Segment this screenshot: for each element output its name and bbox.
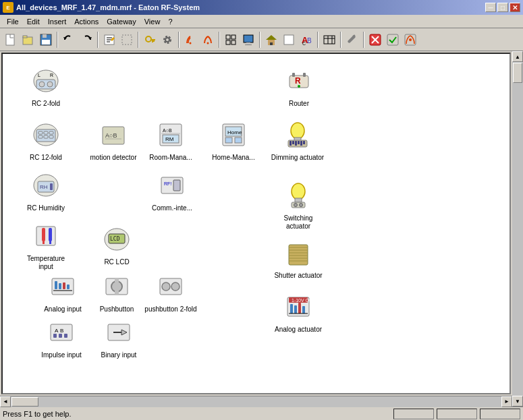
minimize-button[interactable]: ─: [485, 3, 496, 12]
device-icon-homemana: Home: [216, 117, 251, 152]
svg-rect-111: [235, 138, 242, 143]
maximize-button[interactable]: □: [497, 3, 508, 12]
v-scroll-track[interactable]: [512, 62, 523, 396]
undo-button[interactable]: [61, 32, 77, 48]
menu-view[interactable]: View: [140, 16, 165, 27]
svg-rect-143: [298, 303, 301, 313]
signal-button[interactable]: [402, 32, 418, 48]
device-label-impulseinput: Impulse input: [41, 351, 81, 359]
new-button[interactable]: [3, 32, 19, 48]
svg-text:RF!: RF!: [164, 181, 171, 186]
device-rc2fold[interactable]: LR RC 2-fold: [19, 63, 73, 108]
device-pushbtn2[interactable]: pushbutton 2-fold: [144, 269, 198, 313]
device-router[interactable]: R Router: [272, 63, 326, 108]
close-button[interactable]: ✕: [510, 3, 520, 12]
svg-rect-70: [49, 240, 51, 244]
svg-rect-123: [298, 141, 300, 144]
menu-help[interactable]: ?: [164, 16, 176, 27]
h-scroll-track[interactable]: [11, 396, 501, 407]
svg-rect-4: [23, 36, 27, 38]
svg-rect-19: [152, 40, 153, 42]
h-scroll-left[interactable]: ◄: [0, 396, 11, 407]
device-icon-analogact: 1-10V OUT: [281, 289, 316, 324]
menu-file[interactable]: File: [3, 16, 23, 27]
svg-rect-30: [245, 44, 252, 45]
svg-point-22: [190, 42, 192, 44]
key-button[interactable]: [142, 32, 158, 48]
svg-text:E: E: [6, 5, 10, 11]
svg-rect-72: [55, 281, 57, 289]
svg-point-106: [171, 282, 180, 291]
device-label-shutteract: Shutter actuator: [274, 272, 322, 280]
select-button[interactable]: [119, 32, 135, 48]
svg-rect-7: [42, 40, 50, 44]
device-rc12fold[interactable]: RC 12-fold: [19, 117, 73, 162]
svg-rect-82: [64, 334, 67, 338]
v-scroll-thumb[interactable]: [513, 63, 522, 83]
status-panel3: [480, 409, 520, 419]
table-button[interactable]: [321, 32, 337, 48]
device-impulseinput[interactable]: AB Impulse input: [34, 315, 88, 359]
save-button[interactable]: [38, 32, 54, 48]
h-scrollbar[interactable]: ◄ ►: [0, 396, 512, 407]
text-button[interactable]: ABC: [298, 32, 314, 48]
svg-point-16: [146, 36, 151, 42]
monitor-button[interactable]: [240, 32, 256, 48]
canvas-area[interactable]: LR RC 2-fold RC 12-fold RH RC Humidity T…: [1, 53, 511, 394]
menu-actions[interactable]: Actions: [70, 16, 103, 27]
rf-button2[interactable]: [200, 32, 216, 48]
svg-point-52: [39, 82, 45, 87]
window-controls[interactable]: ─ □ ✕: [485, 3, 520, 12]
redo-button[interactable]: [78, 32, 94, 48]
device-shutteract[interactable]: Shutter actuator: [271, 235, 325, 280]
h-scroll-right[interactable]: ►: [501, 396, 512, 407]
h-scroll-thumb[interactable]: [11, 397, 38, 407]
svg-text:B: B: [60, 328, 63, 334]
svg-text:Home: Home: [227, 129, 242, 136]
device-homemana[interactable]: Home Home-Mana...: [207, 117, 260, 162]
svg-rect-120: [290, 141, 292, 146]
grid-button[interactable]: [223, 32, 239, 48]
device-icon-dimmingact: [280, 117, 315, 152]
device-icon-pushbutton: [99, 269, 134, 304]
svg-text:R: R: [295, 76, 301, 86]
device-motiondetector[interactable]: A○B motion detector: [86, 117, 140, 162]
menu-edit[interactable]: Edit: [23, 16, 44, 27]
device-switchingact[interactable]: Switching actuator: [271, 178, 325, 231]
svg-marker-31: [266, 35, 277, 40]
device-binaryinput[interactable]: Binary input: [92, 315, 146, 359]
verify-button[interactable]: [385, 32, 401, 48]
settings-button[interactable]: [159, 32, 175, 48]
wrench-button[interactable]: [344, 32, 360, 48]
menu-insert[interactable]: Insert: [44, 16, 71, 27]
device-analoginput[interactable]: Analog input: [36, 269, 90, 313]
delete-button[interactable]: [367, 32, 383, 48]
open-button[interactable]: [20, 32, 36, 48]
edit-button[interactable]: [101, 32, 117, 48]
v-scroll-down[interactable]: ▼: [512, 396, 523, 407]
device-tempinput[interactable]: Temperature input: [19, 218, 73, 271]
device-icon-tempinput: [28, 218, 63, 253]
svg-rect-66: [36, 227, 55, 245]
device-rchumidity[interactable]: RH RC Humidity: [19, 168, 73, 212]
home-button[interactable]: [263, 32, 279, 48]
svg-rect-28: [244, 35, 253, 42]
canvas-content: LR RC 2-fold RC 12-fold RH RC Humidity T…: [3, 54, 510, 394]
device-analogact[interactable]: 1-10V OUT Analog actuator: [271, 289, 325, 334]
device-dimmingact[interactable]: Dimming actuator: [271, 117, 325, 162]
svg-rect-15: [122, 35, 132, 44]
device-comminte[interactable]: RF! Comm.-inte...: [145, 168, 199, 212]
blank-button[interactable]: [281, 32, 297, 48]
device-rclcd[interactable]: LCD RC LCD: [90, 222, 144, 266]
svg-rect-56: [38, 131, 43, 134]
svg-rect-92: [115, 291, 119, 295]
svg-point-105: [162, 282, 170, 291]
rf-button1[interactable]: [182, 32, 198, 48]
device-label-rclcd: RC LCD: [104, 258, 129, 266]
device-roommana[interactable]: A○B RM Room-Mana...: [144, 117, 198, 162]
menu-gateway[interactable]: Gateway: [103, 16, 140, 27]
device-icon-rc12fold: [28, 117, 63, 152]
v-scroll-up[interactable]: ▲: [512, 51, 523, 62]
device-pushbutton[interactable]: Pushbutton: [90, 269, 144, 313]
device-label-homemana: Home-Mana...: [212, 154, 254, 162]
